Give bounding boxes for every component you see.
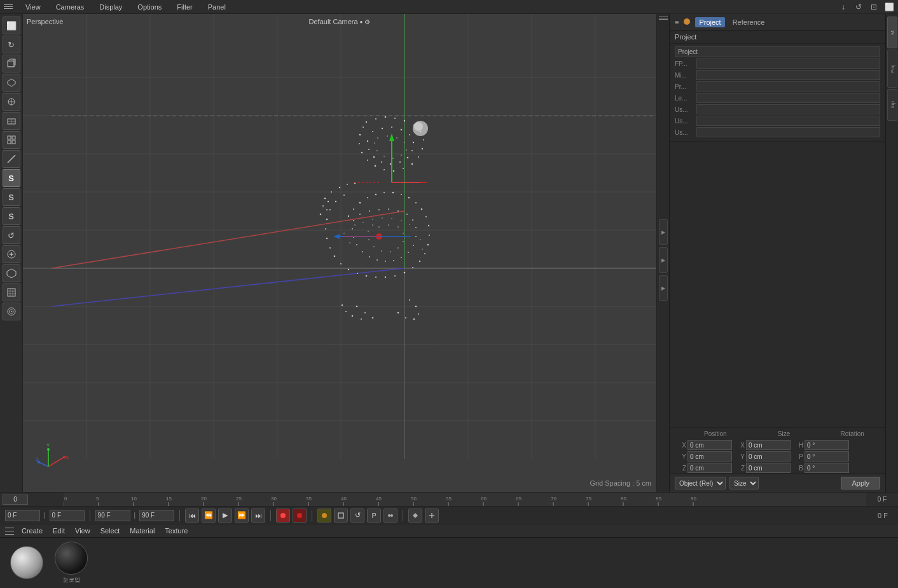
svg-point-115 — [325, 228, 326, 229]
svg-point-157 — [393, 260, 394, 261]
icon-window[interactable]: ⬜ — [884, 2, 894, 12]
tool-rotate[interactable]: ↻ — [3, 36, 20, 53]
goto-start-btn[interactable]: ⏮ — [185, 509, 199, 523]
tool-shape[interactable] — [3, 74, 20, 92]
x-size-input[interactable] — [746, 440, 791, 450]
tool-select[interactable]: ⬜ — [3, 17, 20, 34]
svg-point-148 — [388, 209, 389, 210]
tool-grid[interactable] — [3, 131, 20, 149]
p-rot-input[interactable] — [805, 451, 849, 462]
min-input[interactable] — [696, 70, 880, 80]
props-preview-row: Pr... — [675, 81, 880, 92]
b-rot-input[interactable] — [805, 463, 849, 473]
tool-spline1[interactable]: S — [3, 169, 20, 187]
apply-button[interactable]: Apply — [841, 477, 880, 489]
x-pos-input[interactable] — [687, 440, 732, 450]
mode-btn-2[interactable] — [334, 509, 348, 523]
icon-grid[interactable]: ⊡ — [869, 2, 879, 12]
tool-subdiv[interactable] — [3, 264, 20, 282]
keyframe-btn-1[interactable] — [408, 509, 422, 523]
y-size-input[interactable] — [746, 451, 791, 462]
icon-arrow-down[interactable]: ↓ — [838, 2, 848, 12]
keyframe-btn-2[interactable] — [425, 509, 439, 523]
end-frame-input[interactable] — [95, 510, 130, 521]
material-item-2[interactable]: 눈코입 — [52, 542, 90, 584]
y-pos-input[interactable] — [687, 451, 732, 462]
mat-menu-edit[interactable]: Edit — [50, 526, 67, 536]
z-size-input[interactable] — [746, 463, 791, 473]
goto-end-btn[interactable]: ⏭ — [251, 509, 265, 523]
timeline[interactable]: 0 5 10 15 20 25 30 35 40 45 50 — [0, 492, 898, 506]
tool-cube[interactable] — [3, 55, 20, 72]
tool-effector[interactable] — [3, 303, 20, 320]
mat-menu-material[interactable]: Material — [127, 526, 157, 536]
mat-menu-hamburger[interactable] — [5, 528, 14, 535]
vtab-project[interactable]: Proj — [887, 50, 897, 88]
record-btn[interactable] — [276, 509, 290, 523]
mat-sphere-2[interactable] — [55, 542, 88, 575]
transform-mode-select[interactable]: Size — [729, 477, 759, 489]
svg-point-60 — [404, 120, 405, 121]
fps-input[interactable] — [696, 58, 880, 69]
material-item-1[interactable] — [8, 546, 46, 580]
current-frame-input[interactable] — [3, 495, 28, 505]
tool-geo[interactable] — [3, 93, 20, 111]
right-expand-2[interactable]: ▶ — [659, 247, 668, 273]
svg-point-167 — [388, 224, 389, 226]
tab-project[interactable]: Project — [695, 17, 724, 27]
mat-menu-select[interactable]: Select — [98, 526, 123, 536]
tool-spline2[interactable]: S — [3, 188, 20, 206]
mode-btn-4[interactable]: P — [367, 509, 381, 523]
vtab-m[interactable]: M — [887, 17, 897, 48]
hamburger-menu[interactable] — [4, 4, 13, 9]
use1-input[interactable] — [696, 104, 880, 114]
viewport-3d[interactable]: Perspective Default Camera ● ⚙ — [23, 14, 656, 492]
right-expand-1[interactable]: ▶ — [659, 219, 668, 245]
start-frame-input[interactable] — [5, 510, 40, 521]
h-rot-input[interactable] — [805, 440, 849, 450]
menu-cameras[interactable]: Cameras — [53, 2, 87, 12]
tool-plane[interactable] — [3, 112, 20, 130]
menu-filter[interactable]: Filter — [174, 2, 195, 12]
z-pos-input[interactable] — [687, 463, 732, 473]
coord-system-select[interactable]: Object (Rel) — [675, 477, 726, 489]
tool-add[interactable] — [3, 245, 20, 263]
tool-wrap[interactable] — [3, 284, 20, 301]
preview-input[interactable] — [696, 81, 880, 92]
mode-btn-1[interactable] — [317, 509, 331, 523]
props-subsection-title[interactable]: Project — [675, 46, 880, 57]
svg-point-150 — [406, 214, 408, 215]
level-input[interactable] — [696, 93, 880, 103]
tool-line[interactable] — [3, 150, 20, 168]
transport-sep-4 — [312, 510, 312, 521]
menu-view[interactable]: View — [23, 2, 43, 12]
menu-display[interactable]: Display — [97, 2, 125, 12]
use2-input[interactable] — [696, 116, 880, 126]
right-panel-menu-icon[interactable] — [659, 17, 668, 25]
tool-deform[interactable]: ↺ — [3, 226, 20, 244]
mat-menu-create[interactable]: Create — [19, 526, 45, 536]
right-expand-3[interactable]: ▶ — [659, 275, 668, 301]
record2-btn[interactable] — [293, 509, 307, 523]
timeline-ruler[interactable]: 0 5 10 15 20 25 30 35 40 45 50 — [64, 493, 866, 506]
step-back-btn[interactable]: ⏪ — [202, 509, 216, 523]
menu-options[interactable]: Options — [135, 2, 164, 12]
mat-menu-view[interactable]: View — [73, 526, 93, 536]
menu-panel[interactable]: Panel — [205, 2, 228, 12]
vtab-inp[interactable]: Inp — [887, 89, 897, 121]
mat-menu-texture[interactable]: Texture — [162, 526, 190, 536]
play-btn[interactable]: ▶ — [218, 509, 232, 523]
use3-input[interactable] — [696, 127, 880, 137]
end-frame-input2[interactable] — [139, 510, 174, 521]
mat-sphere-1[interactable] — [10, 546, 43, 579]
step-fwd-btn[interactable]: ⏩ — [235, 509, 249, 523]
props-icon-orange — [682, 17, 691, 27]
tool-spline3[interactable]: S — [3, 207, 20, 225]
mode-btn-3[interactable]: ↺ — [350, 509, 364, 523]
tab-reference[interactable]: Reference — [729, 17, 769, 27]
props-menu-icon[interactable]: ≡ — [675, 18, 679, 26]
current-frame-input2[interactable] — [50, 510, 85, 521]
b-rot-label: B — [792, 465, 803, 472]
mode-btn-5[interactable] — [383, 509, 397, 523]
icon-refresh[interactable]: ↺ — [853, 2, 864, 12]
